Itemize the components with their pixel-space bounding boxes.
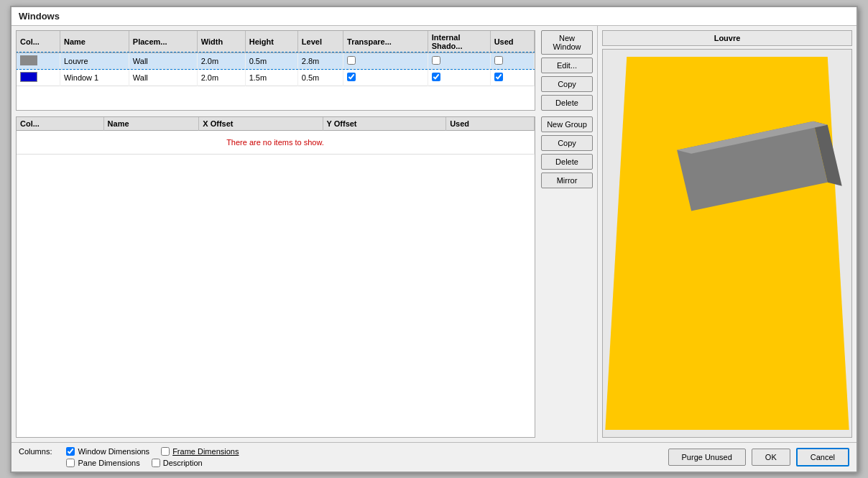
copy-button-bottom[interactable]: Copy bbox=[541, 135, 593, 151]
table-row[interactable]: Louvre Wall 2.0m 0.5m 2.8m bbox=[17, 52, 535, 69]
row-color bbox=[17, 69, 60, 86]
group-col-name: Name bbox=[103, 117, 199, 131]
row-name: Louvre bbox=[60, 52, 129, 69]
col-header-color: Col... bbox=[17, 31, 60, 53]
col-header-placement: Placem... bbox=[129, 31, 197, 53]
transparent-checkbox[interactable] bbox=[347, 73, 356, 81]
col-header-internal-shadow: InternalShado... bbox=[428, 31, 490, 53]
table-row[interactable]: Window 1 Wall 2.0m 1.5m 0.5m bbox=[17, 69, 535, 86]
purge-unused-button[interactable]: Purge Unused bbox=[668, 449, 746, 466]
used-checkbox[interactable] bbox=[494, 56, 503, 65]
row-color bbox=[17, 52, 60, 69]
row-level: 2.8m bbox=[297, 52, 343, 69]
transparent-checkbox[interactable] bbox=[347, 56, 356, 65]
group-col-color: Col... bbox=[17, 117, 103, 131]
top-table-section: Col... Name Placem... Width Height Level… bbox=[16, 30, 593, 111]
col-header-used: Used bbox=[490, 31, 534, 53]
windows-table: Col... Name Placem... Width Height Level… bbox=[17, 31, 535, 86]
footer-right: Purge Unused OK Cancel bbox=[668, 448, 849, 466]
col-header-height: Height bbox=[245, 31, 297, 53]
window-dimensions-checkbox[interactable] bbox=[66, 447, 75, 456]
frame-dimensions-label[interactable]: Frame Dimensions bbox=[161, 447, 239, 456]
new-window-button[interactable]: New Window bbox=[541, 30, 593, 55]
pane-dimensions-label[interactable]: Pane Dimensions bbox=[66, 459, 139, 467]
cancel-button[interactable]: Cancel bbox=[796, 448, 849, 466]
window-dimensions-label[interactable]: Window Dimensions bbox=[66, 447, 149, 456]
internal-shadow-checkbox[interactable] bbox=[432, 73, 440, 81]
table-header-row: Col... Name Placem... Width Height Level… bbox=[17, 31, 535, 53]
row-placement: Wall bbox=[129, 52, 197, 69]
row-width: 2.0m bbox=[197, 52, 245, 69]
wall-shape bbox=[605, 56, 849, 429]
pane-dimensions-text: Pane Dimensions bbox=[78, 459, 139, 467]
row-internal-shadow bbox=[428, 69, 490, 86]
frame-dimensions-checkbox[interactable] bbox=[161, 447, 170, 456]
col-header-name: Name bbox=[60, 31, 129, 53]
delete-button-bottom[interactable]: Delete bbox=[541, 154, 593, 170]
copy-button-top[interactable]: Copy bbox=[541, 76, 593, 92]
left-panel: Col... Name Placem... Width Height Level… bbox=[11, 26, 598, 442]
row-width: 2.0m bbox=[197, 69, 245, 86]
group-col-xoffset: X Offset bbox=[199, 117, 323, 131]
window-dimensions-text: Window Dimensions bbox=[78, 447, 149, 456]
row-level: 0.5m bbox=[297, 69, 343, 86]
used-checkbox-row2[interactable] bbox=[494, 73, 503, 81]
row-name: Window 1 bbox=[60, 69, 129, 86]
dialog-title: Windows bbox=[11, 7, 857, 26]
description-text: Description bbox=[163, 459, 203, 467]
row-internal-shadow bbox=[428, 52, 490, 69]
new-group-button[interactable]: New Group bbox=[541, 116, 593, 132]
main-content: Col... Name Placem... Width Height Level… bbox=[11, 26, 857, 442]
ok-button[interactable]: OK bbox=[752, 449, 790, 466]
preview-svg bbox=[603, 50, 851, 437]
color-swatch bbox=[20, 55, 37, 65]
top-buttons-panel: New Window Edit... Copy Delete bbox=[541, 30, 593, 111]
no-items-row: There are no items to show. bbox=[17, 130, 535, 154]
edit-button[interactable]: Edit... bbox=[541, 58, 593, 73]
row-used bbox=[490, 52, 534, 69]
col-header-width: Width bbox=[197, 31, 245, 53]
no-items-text: There are no items to show. bbox=[17, 130, 535, 154]
group-section: Col... Name X Offset Y Offset Used There… bbox=[16, 116, 593, 438]
windows-dialog: Windows Col... Name Placem... Width Heig… bbox=[10, 6, 858, 473]
description-label[interactable]: Description bbox=[152, 459, 203, 467]
preview-area bbox=[602, 49, 852, 438]
delete-button-top[interactable]: Delete bbox=[541, 95, 593, 111]
col-header-transparent: Transpare... bbox=[343, 31, 428, 53]
row-height: 1.5m bbox=[245, 69, 297, 86]
footer-left: Columns: Window Dimensions Frame Dimensi… bbox=[19, 447, 239, 467]
description-checkbox[interactable] bbox=[152, 459, 160, 467]
mirror-button[interactable]: Mirror bbox=[541, 173, 593, 188]
col-header-level: Level bbox=[297, 31, 343, 53]
row-height: 0.5m bbox=[245, 52, 297, 69]
group-col-yoffset: Y Offset bbox=[323, 117, 446, 131]
group-header-row: Col... Name X Offset Y Offset Used bbox=[17, 117, 535, 131]
row-used bbox=[490, 69, 534, 86]
columns-row-1: Columns: Window Dimensions Frame Dimensi… bbox=[19, 447, 239, 456]
footer: Columns: Window Dimensions Frame Dimensi… bbox=[11, 442, 857, 472]
row-placement: Wall bbox=[129, 69, 197, 86]
internal-shadow-checkbox[interactable] bbox=[432, 56, 440, 65]
row-transparent bbox=[343, 52, 428, 69]
pane-dimensions-checkbox[interactable] bbox=[66, 459, 75, 467]
row-transparent bbox=[343, 69, 428, 86]
group-table: Col... Name X Offset Y Offset Used There… bbox=[17, 117, 535, 155]
preview-title: Louvre bbox=[602, 30, 852, 46]
color-swatch bbox=[20, 72, 37, 82]
top-table-wrapper: Col... Name Placem... Width Height Level… bbox=[16, 30, 535, 111]
columns-row-2: Columns: Pane Dimensions Description bbox=[19, 459, 239, 467]
right-panel: Louvre bbox=[598, 26, 857, 442]
group-col-used: Used bbox=[446, 117, 535, 131]
frame-dimensions-text: Frame Dimensions bbox=[172, 447, 239, 456]
group-table-wrapper: Col... Name X Offset Y Offset Used There… bbox=[16, 116, 535, 438]
columns-label: Columns: bbox=[19, 447, 52, 456]
bottom-buttons-panel: New Group Copy Delete Mirror bbox=[541, 116, 593, 438]
